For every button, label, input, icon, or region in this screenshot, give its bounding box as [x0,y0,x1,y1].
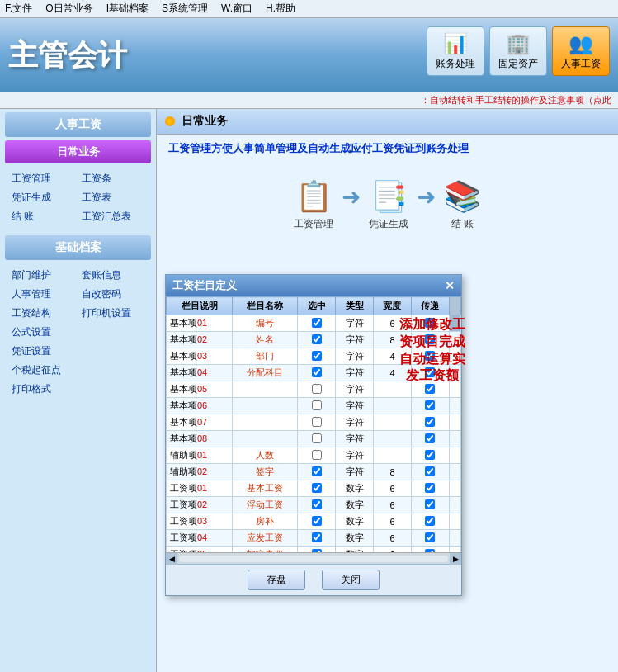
sidebar-link-salary-mgmt[interactable]: 工资管理 [8,170,78,187]
checkbox-select[interactable] [312,351,322,361]
cell-check[interactable] [298,348,336,365]
sidebar-link-tax-threshold[interactable]: 个税起征点 [8,362,78,379]
sidebar-link-printer-settings[interactable]: 打印机设置 [78,305,149,322]
checkbox-select[interactable] [312,466,322,476]
checkbox-select[interactable] [312,450,322,460]
cell-check[interactable] [298,414,336,431]
hscroll-track[interactable] [179,556,448,562]
cell-name: 分配科目 [233,365,298,381]
hscroll-left-btn[interactable]: ◀ [166,553,177,565]
cell-pass[interactable] [411,332,449,348]
sidebar-link-dept[interactable]: 部门维护 [8,267,78,284]
cell-desc: 基本项03 [167,348,233,365]
sidebar-link-voucher-settings[interactable]: 凭证设置 [8,343,78,360]
cell-pass[interactable] [411,513,449,530]
checkbox-pass[interactable] [425,549,435,553]
menu-help[interactable]: H.帮助 [266,2,295,16]
checkbox-pass[interactable] [425,466,435,476]
checkbox-select[interactable] [312,516,322,526]
checkbox-select[interactable] [312,318,322,328]
cell-check[interactable] [298,398,336,414]
dialog-close-btn[interactable]: ✕ [445,279,455,292]
cell-check[interactable] [298,480,336,497]
checkbox-pass[interactable] [425,417,435,427]
cell-pass[interactable] [411,381,449,398]
cell-pass[interactable] [411,447,449,464]
checkbox-select[interactable] [312,400,322,410]
sidebar-link-salary-table[interactable]: 工资表 [78,189,149,206]
btn-assets[interactable]: 🏢 固定资产 [489,26,547,76]
checkbox-pass[interactable] [425,351,435,361]
sidebar-link-formula[interactable]: 公式设置 [8,324,78,341]
checkbox-pass[interactable] [425,499,435,509]
sidebar-link-hr-mgmt[interactable]: 人事管理 [8,286,78,303]
btn-payroll[interactable]: 👥 人事工资 [552,26,610,76]
checkbox-select[interactable] [312,499,322,509]
cell-check[interactable] [298,332,336,348]
checkbox-select[interactable] [312,367,322,377]
checkbox-select[interactable] [312,549,322,553]
cell-pass[interactable] [411,414,449,431]
cell-width: 6 [374,547,412,553]
checkbox-select[interactable] [312,384,322,394]
cell-width: 8 [374,332,412,348]
horizontal-scrollbar[interactable]: ◀ ▶ [166,552,461,564]
cell-pass[interactable] [411,365,449,381]
sidebar-daily-btn[interactable]: 日常业务 [5,140,151,163]
cell-pass[interactable] [411,547,449,553]
menu-file[interactable]: F.文件 [5,2,32,16]
cell-pass[interactable] [411,497,449,513]
checkbox-pass[interactable] [425,400,435,410]
cell-check[interactable] [298,431,336,447]
checkbox-select[interactable] [312,433,322,443]
cell-check[interactable] [298,365,336,381]
checkbox-select[interactable] [312,417,322,427]
checkbox-pass[interactable] [425,450,435,460]
cell-pass[interactable] [411,315,449,332]
btn-payroll-label: 人事工资 [561,57,601,71]
sidebar-link-salary-summary[interactable]: 工资汇总表 [78,208,149,225]
checkbox-pass[interactable] [425,367,435,377]
hscroll-right-btn[interactable]: ▶ [450,553,461,565]
menu-window[interactable]: W.窗口 [221,2,252,16]
cell-pass[interactable] [411,398,449,414]
checkbox-pass[interactable] [425,532,435,542]
menu-basic[interactable]: I基础档案 [106,2,149,16]
btn-save[interactable]: 存盘 [248,570,305,590]
checkbox-pass[interactable] [425,334,435,344]
cell-check[interactable] [298,530,336,547]
menu-system[interactable]: S系统管理 [162,2,208,16]
checkbox-select[interactable] [312,483,322,493]
cell-pass[interactable] [411,530,449,547]
cell-pass[interactable] [411,348,449,365]
checkbox-pass[interactable] [425,318,435,328]
checkbox-pass[interactable] [425,483,435,493]
cell-check[interactable] [298,513,336,530]
cell-check[interactable] [298,464,336,480]
checkbox-select[interactable] [312,334,322,344]
cell-check[interactable] [298,497,336,513]
sidebar-link-print-format[interactable]: 打印格式 [8,381,78,398]
sidebar-link-change-pwd[interactable]: 自改密码 [78,286,149,303]
checkbox-pass[interactable] [425,516,435,526]
cell-check[interactable] [298,547,336,553]
cell-width [374,398,412,414]
btn-accounting[interactable]: 📊 账务处理 [427,26,484,76]
cell-check[interactable] [298,447,336,464]
sidebar-link-close-account[interactable]: 结 账 [8,208,78,225]
cell-pass[interactable] [411,464,449,480]
cell-pass[interactable] [411,431,449,447]
cell-check[interactable] [298,315,336,332]
cell-pass[interactable] [411,480,449,497]
cell-width: 4 [374,365,412,381]
sidebar-link-salary-struct[interactable]: 工资结构 [8,305,78,322]
sidebar-link-voucher-gen[interactable]: 凭证生成 [8,189,78,206]
btn-close[interactable]: 关闭 [322,570,380,590]
checkbox-pass[interactable] [425,433,435,443]
cell-check[interactable] [298,381,336,398]
checkbox-select[interactable] [312,532,322,542]
menu-daily[interactable]: O日常业务 [45,2,92,16]
sidebar-link-account-set[interactable]: 套账信息 [78,267,149,284]
sidebar-link-payslip[interactable]: 工资条 [78,170,149,187]
checkbox-pass[interactable] [425,384,435,394]
